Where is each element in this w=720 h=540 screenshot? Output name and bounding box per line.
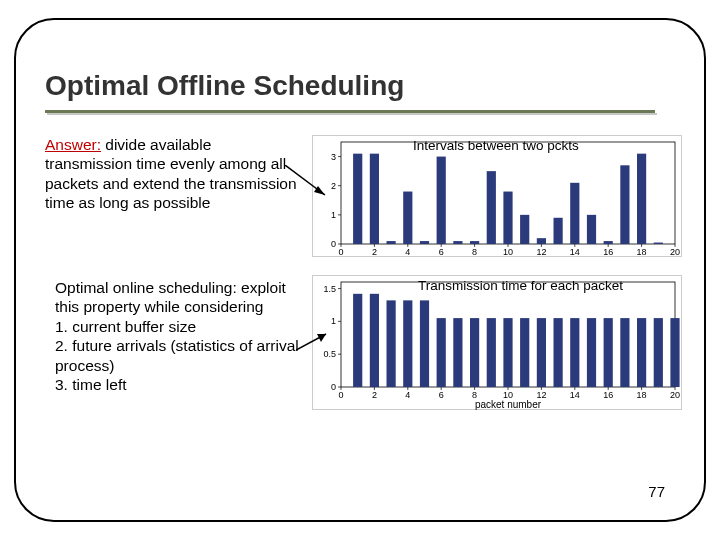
para2-lead: Optimal online scheduling: exploit this … [55,278,305,317]
svg-rect-86 [370,294,379,387]
svg-text:0: 0 [331,382,336,392]
svg-text:6: 6 [439,247,444,257]
svg-rect-38 [403,192,412,244]
chart-intervals: Intervals between two pckts 012302468101… [312,135,682,257]
svg-text:4: 4 [405,247,410,257]
svg-rect-102 [637,318,646,387]
svg-text:3: 3 [331,152,336,162]
svg-rect-100 [604,318,613,387]
svg-text:packet number: packet number [475,399,542,410]
svg-text:6: 6 [439,390,444,400]
svg-text:12: 12 [536,247,546,257]
svg-rect-45 [520,215,529,244]
svg-text:10: 10 [503,247,513,257]
svg-rect-51 [620,165,629,244]
svg-rect-49 [587,215,596,244]
svg-text:0: 0 [338,390,343,400]
svg-text:2: 2 [372,247,377,257]
svg-text:0: 0 [338,247,343,257]
slide-title: Optimal Offline Scheduling [45,70,404,102]
svg-rect-96 [537,318,546,387]
svg-rect-98 [570,318,579,387]
svg-text:18: 18 [637,247,647,257]
chart-top-caption: Intervals between two pckts [413,138,579,153]
svg-text:14: 14 [570,390,580,400]
svg-rect-48 [570,183,579,244]
svg-text:20: 20 [670,247,680,257]
svg-rect-104 [670,318,679,387]
para2-item2: 2. future arrivals (statistics of arriva… [55,336,305,375]
svg-rect-103 [654,318,663,387]
svg-rect-85 [353,294,362,387]
svg-rect-50 [604,241,613,244]
svg-rect-36 [370,154,379,244]
svg-text:1: 1 [331,210,336,220]
svg-rect-35 [353,154,362,244]
svg-text:20: 20 [670,390,680,400]
svg-text:2: 2 [372,390,377,400]
online-scheduling-paragraph: Optimal online scheduling: exploit this … [55,278,305,394]
svg-text:16: 16 [603,247,613,257]
svg-rect-93 [487,318,496,387]
svg-rect-46 [537,238,546,244]
svg-text:18: 18 [637,390,647,400]
arrow-top [285,165,340,205]
svg-rect-92 [470,318,479,387]
svg-text:1.5: 1.5 [323,284,336,294]
arrow-bottom [296,332,336,352]
svg-rect-90 [437,318,446,387]
svg-text:8: 8 [472,247,477,257]
para2-item1: 1. current buffer size [55,317,305,336]
para2-item3: 3. time left [55,375,305,394]
svg-rect-41 [453,241,462,244]
svg-rect-88 [403,300,412,387]
svg-rect-40 [437,157,446,244]
svg-rect-53 [654,243,663,244]
svg-rect-89 [420,300,429,387]
svg-text:1: 1 [331,316,336,326]
answer-label: Answer: [45,136,101,153]
page-number: 77 [648,483,665,500]
svg-rect-87 [387,300,396,387]
svg-text:16: 16 [603,390,613,400]
svg-text:4: 4 [405,390,410,400]
svg-rect-43 [487,171,496,244]
svg-rect-95 [520,318,529,387]
chart-transmission-time: Transmission time for each packet 00.511… [312,275,682,410]
svg-text:0: 0 [331,239,336,249]
answer-paragraph: Answer: divide available transmission ti… [45,135,300,213]
svg-rect-94 [503,318,512,387]
svg-rect-37 [387,241,396,244]
svg-rect-42 [470,241,479,244]
chart-bottom-caption: Transmission time for each packet [418,278,623,293]
svg-rect-91 [453,318,462,387]
svg-rect-52 [637,154,646,244]
svg-rect-101 [620,318,629,387]
svg-rect-39 [420,241,429,244]
svg-rect-47 [554,218,563,244]
svg-text:14: 14 [570,247,580,257]
svg-rect-99 [587,318,596,387]
svg-rect-44 [503,192,512,244]
svg-rect-97 [554,318,563,387]
title-underline-shadow [47,113,657,115]
